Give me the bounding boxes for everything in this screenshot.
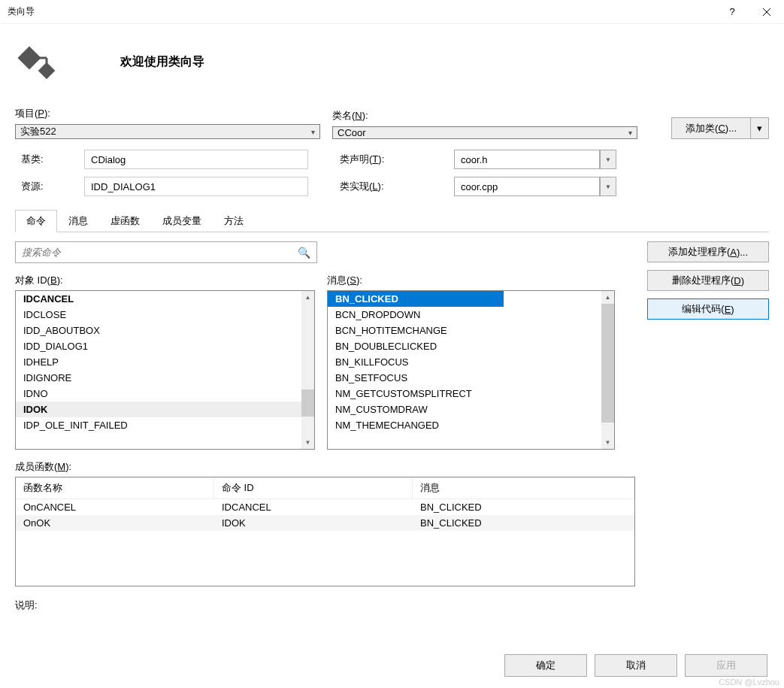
tab-strip: 命令 消息 虚函数 成员变量 方法 (15, 210, 769, 232)
search-icon: 🔍 (298, 247, 310, 259)
content-area: 项目(P): 实验522 ▾ 类名(N): CCoor ▾ 添加类(C)... … (0, 107, 784, 647)
edit-code-button[interactable]: 编辑代码(E) (647, 299, 769, 320)
list-item[interactable]: IDOK (16, 402, 301, 417)
table-row[interactable]: OnCANCELIDCANCELBN_CLICKED (16, 499, 634, 515)
description-label: 说明: (15, 599, 635, 612)
tab-methods[interactable]: 方法 (213, 210, 255, 232)
cancel-button[interactable]: 取消 (595, 654, 677, 677)
classname-combo[interactable]: CCoor ▾ (332, 126, 637, 139)
objectid-listbox[interactable]: IDCANCELIDCLOSEIDD_ABOUTBOXIDD_DIALOG1ID… (15, 290, 315, 450)
close-button[interactable] (749, 0, 784, 24)
top-row: 项目(P): 实验522 ▾ 类名(N): CCoor ▾ 添加类(C)... … (15, 107, 769, 139)
classimpl-dropdown[interactable]: ▼ (600, 177, 616, 196)
apply-button[interactable]: 应用 (685, 654, 767, 677)
list-item[interactable]: IDNO (16, 386, 301, 402)
tab-body: 🔍 对象 ID(B): IDCANCELIDCLOSEIDD_ABOUTBOXI… (15, 232, 769, 612)
classdecl-dropdown[interactable]: ▼ (600, 150, 616, 169)
list-item[interactable]: NM_CUSTOMDRAW (328, 402, 601, 417)
delete-handler-button[interactable]: 删除处理程序(D) (647, 270, 769, 291)
resource-label: 资源: (15, 180, 74, 193)
wizard-icon (15, 39, 68, 84)
project-combo[interactable]: 实验522 ▾ (15, 124, 320, 139)
list-item[interactable]: IDCLOSE (16, 307, 301, 323)
search-input[interactable] (22, 247, 298, 258)
add-handler-button[interactable]: 添加处理程序(A)... (647, 241, 769, 262)
list-item[interactable]: BCN_HOTITEMCHANGE (328, 323, 601, 338)
table-row[interactable]: OnOKIDOKBN_CLICKED (16, 515, 634, 531)
member-table[interactable]: 函数名称 命令 ID 消息 OnCANCELIDCANCELBN_CLICKED… (15, 477, 635, 586)
tab-commands[interactable]: 命令 (15, 210, 57, 232)
chevron-down-icon: ▾ (628, 129, 632, 137)
list-item[interactable]: IDD_DIALOG1 (16, 338, 301, 354)
dialog-footer: 确定 取消 应用 (0, 647, 784, 688)
tab-messages[interactable]: 消息 (57, 210, 99, 232)
wizard-title: 欢迎使用类向导 (120, 54, 204, 70)
add-class-dropdown[interactable]: ▾ (750, 117, 769, 139)
baseclass-label: 基类: (15, 153, 74, 166)
resource-field: IDD_DIALOG1 (84, 177, 308, 196)
list-item[interactable]: IDIGNORE (16, 370, 301, 386)
list-item[interactable]: BN_SETFOCUS (328, 370, 601, 386)
side-buttons: 添加处理程序(A)... 删除处理程序(D) 编辑代码(E) (647, 241, 769, 612)
classimpl-label: 类实现(L): (340, 180, 392, 193)
scrollbar[interactable]: ▲ ▼ (601, 291, 614, 449)
project-label: 项目(P): (15, 107, 320, 120)
ok-button[interactable]: 确定 (504, 654, 587, 677)
list-item[interactable]: BCN_DROPDOWN (328, 307, 601, 323)
classimpl-field[interactable]: coor.cpp (454, 177, 600, 196)
scroll-up-icon[interactable]: ▲ (301, 291, 314, 304)
tab-virtual[interactable]: 虚函数 (99, 210, 151, 232)
list-item[interactable]: IDD_ABOUTBOX (16, 323, 301, 338)
close-icon (763, 8, 770, 16)
scrollbar[interactable]: ▲ ▼ (301, 291, 314, 449)
window-title: 类向导 (8, 5, 715, 18)
list-item[interactable]: IDCANCEL (16, 291, 301, 307)
help-button[interactable]: ? (715, 0, 749, 24)
baseclass-field: CDialog (84, 150, 308, 169)
watermark: CSDN @Lvzhou (719, 677, 779, 686)
th-cmdid[interactable]: 命令 ID (214, 477, 413, 499)
classdecl-field[interactable]: coor.h (454, 150, 600, 169)
class-wizard-dialog: 类向导 ? 欢迎使用类向导 项目(P): 实验522 ▾ (0, 0, 784, 688)
wizard-header: 欢迎使用类向导 (0, 24, 784, 107)
member-label: 成员函数(M): (15, 460, 635, 474)
list-item[interactable]: BN_CLICKED (328, 291, 504, 307)
list-item[interactable]: NM_GETCUSTOMSPLITRECT (328, 386, 601, 402)
list-item[interactable]: BN_KILLFOCUS (328, 354, 601, 370)
list-item[interactable]: BN_DOUBLECLICKED (328, 338, 601, 354)
scroll-down-icon[interactable]: ▼ (301, 436, 314, 449)
list-item[interactable]: IDHELP (16, 354, 301, 370)
classdecl-label: 类声明(T): (340, 153, 392, 166)
th-name[interactable]: 函数名称 (16, 477, 214, 499)
classname-label: 类名(N): (332, 109, 637, 123)
add-class-button[interactable]: 添加类(C)... (671, 117, 750, 139)
search-box[interactable]: 🔍 (15, 241, 317, 263)
messages-listbox[interactable]: BN_CLICKEDBCN_DROPDOWNBCN_HOTITEMCHANGEB… (327, 290, 615, 450)
titlebar: 类向导 ? (0, 0, 784, 24)
scroll-up-icon[interactable]: ▲ (601, 291, 614, 304)
list-item[interactable]: NM_THEMECHANGED (328, 417, 601, 433)
chevron-down-icon: ▾ (311, 128, 315, 136)
th-msg[interactable]: 消息 (413, 477, 634, 499)
messages-label: 消息(S): (327, 274, 615, 287)
objectid-label: 对象 ID(B): (15, 274, 315, 287)
scroll-down-icon[interactable]: ▼ (601, 436, 614, 449)
table-header: 函数名称 命令 ID 消息 (16, 477, 634, 499)
list-item[interactable]: IDP_OLE_INIT_FAILED (16, 417, 301, 433)
tab-membervars[interactable]: 成员变量 (151, 210, 213, 232)
